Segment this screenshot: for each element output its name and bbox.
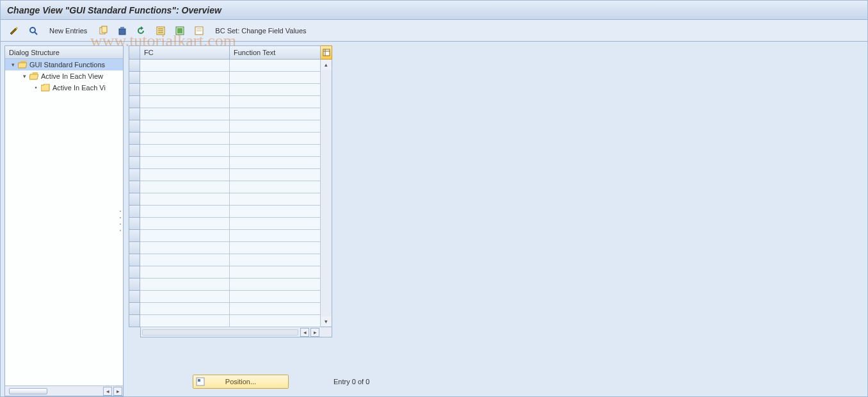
- find-button[interactable]: [25, 24, 42, 38]
- cell-fc[interactable]: [140, 72, 230, 84]
- cell-function-text[interactable]: [230, 218, 321, 230]
- row-selector[interactable]: [129, 193, 140, 206]
- scroll-left-button[interactable]: ◂: [300, 328, 309, 337]
- cell-function-text[interactable]: [230, 242, 321, 254]
- cell-fc[interactable]: [140, 157, 230, 169]
- table-row[interactable]: [140, 72, 321, 84]
- table-row[interactable]: [140, 242, 321, 254]
- cell-function-text[interactable]: [230, 108, 321, 120]
- table-row[interactable]: [140, 84, 321, 96]
- undo-button[interactable]: [133, 24, 150, 38]
- cell-function-text[interactable]: [230, 266, 321, 279]
- cell-function-text[interactable]: [230, 193, 321, 206]
- cell-fc[interactable]: [140, 108, 230, 120]
- toggle-display-change-button[interactable]: [6, 24, 22, 38]
- cell-fc[interactable]: [140, 315, 230, 327]
- row-selector[interactable]: [129, 291, 140, 303]
- table-row[interactable]: [140, 279, 321, 291]
- cell-function-text[interactable]: [230, 145, 321, 157]
- row-selector[interactable]: [129, 169, 140, 181]
- cell-fc[interactable]: [140, 279, 230, 291]
- delete-button[interactable]: [114, 24, 131, 38]
- cell-fc[interactable]: [140, 266, 230, 279]
- tree-scroll-left-button[interactable]: ◂: [103, 387, 112, 396]
- cell-fc[interactable]: [140, 169, 230, 181]
- row-selector[interactable]: [129, 145, 140, 157]
- table-row[interactable]: [140, 206, 321, 218]
- cell-fc[interactable]: [140, 181, 230, 193]
- cell-function-text[interactable]: [230, 279, 321, 291]
- cell-fc[interactable]: [140, 133, 230, 145]
- row-selector[interactable]: [129, 303, 140, 315]
- scroll-right-button[interactable]: ▸: [310, 328, 319, 337]
- row-selector[interactable]: [129, 120, 140, 133]
- panel-resize-handle[interactable]: [120, 208, 124, 234]
- cell-function-text[interactable]: [230, 206, 321, 218]
- row-selector[interactable]: [129, 157, 140, 169]
- table-row[interactable]: [140, 120, 321, 133]
- row-selector[interactable]: [129, 218, 140, 230]
- table-vertical-scrollbar[interactable]: ▴ ▾: [321, 60, 332, 327]
- cell-fc[interactable]: [140, 303, 230, 315]
- cell-function-text[interactable]: [230, 169, 321, 181]
- row-selector[interactable]: [129, 108, 140, 120]
- copy-as-button[interactable]: [95, 24, 111, 38]
- tree-scrollbar-thumb[interactable]: [9, 388, 47, 394]
- cell-function-text[interactable]: [230, 181, 321, 193]
- cell-function-text[interactable]: [230, 303, 321, 315]
- row-selector[interactable]: [129, 133, 140, 145]
- select-all-rows-button[interactable]: [129, 45, 140, 60]
- row-selector[interactable]: [129, 266, 140, 279]
- row-selector[interactable]: [129, 181, 140, 193]
- table-row[interactable]: [140, 254, 321, 266]
- cell-fc[interactable]: [140, 242, 230, 254]
- table-row[interactable]: [140, 96, 321, 108]
- cell-function-text[interactable]: [230, 96, 321, 108]
- table-row[interactable]: [140, 133, 321, 145]
- cell-function-text[interactable]: [230, 133, 321, 145]
- tree-node[interactable]: •Active In Each Vi: [5, 82, 123, 93]
- tree-node[interactable]: ▾GUI Standard Functions: [5, 59, 123, 70]
- cell-fc[interactable]: [140, 84, 230, 96]
- expand-icon[interactable]: ▾: [9, 61, 17, 69]
- table-row[interactable]: [140, 145, 321, 157]
- column-header-fc[interactable]: FC: [140, 45, 230, 60]
- table-config-button[interactable]: [321, 45, 332, 60]
- table-row[interactable]: [140, 291, 321, 303]
- cell-function-text[interactable]: [230, 60, 321, 72]
- cell-fc[interactable]: [140, 218, 230, 230]
- cell-fc[interactable]: [140, 120, 230, 133]
- table-row[interactable]: [140, 181, 321, 193]
- cell-function-text[interactable]: [230, 120, 321, 133]
- table-row[interactable]: [140, 266, 321, 279]
- table-row[interactable]: [140, 218, 321, 230]
- tree-scroll-right-button[interactable]: ▸: [113, 387, 122, 396]
- cell-fc[interactable]: [140, 254, 230, 266]
- bullet-icon[interactable]: •: [32, 84, 40, 92]
- row-selector[interactable]: [129, 242, 140, 254]
- table-row[interactable]: [140, 315, 321, 327]
- row-selector[interactable]: [129, 315, 140, 327]
- cell-function-text[interactable]: [230, 315, 321, 327]
- dialog-structure-tree[interactable]: ▾GUI Standard Functions▾Active In Each V…: [5, 59, 123, 385]
- deselect-all-button[interactable]: [191, 24, 207, 38]
- table-row[interactable]: [140, 60, 321, 72]
- row-selector[interactable]: [129, 279, 140, 291]
- row-selector[interactable]: [129, 72, 140, 84]
- row-selector[interactable]: [129, 84, 140, 96]
- cell-function-text[interactable]: [230, 72, 321, 84]
- table-row[interactable]: [140, 303, 321, 315]
- select-all-button[interactable]: [152, 24, 169, 38]
- cell-fc[interactable]: [140, 291, 230, 303]
- cell-fc[interactable]: [140, 60, 230, 72]
- row-selector[interactable]: [129, 254, 140, 266]
- row-selector[interactable]: [129, 230, 140, 242]
- tree-node[interactable]: ▾Active In Each View: [5, 70, 123, 82]
- cell-function-text[interactable]: [230, 230, 321, 242]
- tree-horizontal-scrollbar[interactable]: ◂ ▸: [5, 385, 123, 396]
- cell-function-text[interactable]: [230, 157, 321, 169]
- new-entries-button[interactable]: New Entries: [44, 24, 92, 38]
- table-horizontal-scrollbar[interactable]: ◂ ▸: [140, 327, 332, 337]
- scroll-up-button[interactable]: ▴: [321, 60, 332, 70]
- cell-function-text[interactable]: [230, 254, 321, 266]
